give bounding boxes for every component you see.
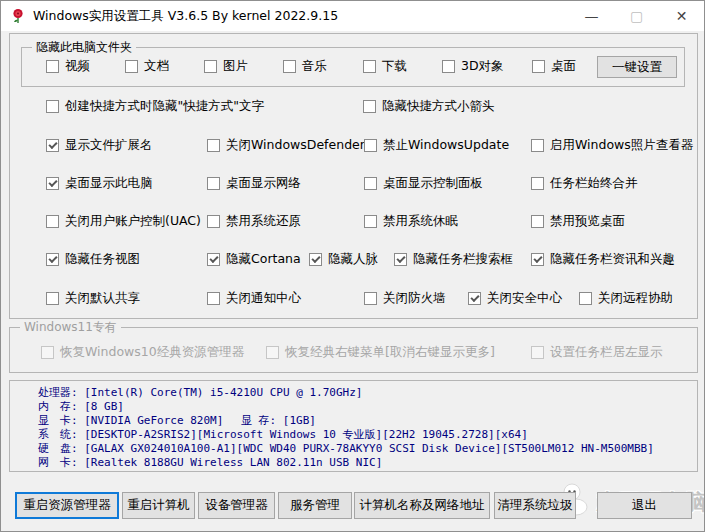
- checkbox-item[interactable]: 桌面显示网络: [207, 175, 301, 191]
- checkbox-box[interactable]: [364, 215, 377, 228]
- checkbox-box[interactable]: [442, 60, 455, 73]
- checkbox-item[interactable]: 视频: [46, 58, 90, 74]
- checkbox-item[interactable]: 下载: [363, 58, 407, 74]
- checkbox-box[interactable]: [364, 139, 377, 152]
- checkbox-item[interactable]: 隐藏任务栏资讯和兴趣: [531, 251, 675, 267]
- checkbox-box: [41, 346, 54, 359]
- checkbox-box[interactable]: [364, 177, 377, 190]
- checkbox-label: 关闭防火墙: [383, 290, 446, 307]
- checkbox-label: 下载: [382, 58, 407, 75]
- checkbox-item[interactable]: 禁用系统还原: [207, 213, 301, 229]
- checkbox-label: 显示文件扩展名: [65, 137, 153, 154]
- checkbox-item[interactable]: 音乐: [283, 58, 327, 74]
- info-line: 网 卡: [Realtek 8188GU Wireless LAN 802.11…: [38, 456, 693, 470]
- checkbox-item[interactable]: 隐藏Cortana: [207, 251, 301, 267]
- checkbox-item[interactable]: 禁止WindowsUpdate: [364, 137, 509, 153]
- checkbox-item[interactable]: 任务栏始终合并: [531, 175, 638, 191]
- info-line: 处理器: [Intel(R) Core(TM) i5-4210U CPU @ 1…: [38, 386, 693, 400]
- checkbox-item[interactable]: 禁用预览桌面: [531, 213, 625, 229]
- checkbox-item[interactable]: 文档: [125, 58, 169, 74]
- checkbox-label: 创建快捷方式时隐藏"快捷方式"文字: [65, 98, 264, 115]
- window-title: Windows实用设置工具 V3.6.5 By kernel 2022.9.15: [33, 8, 338, 25]
- checkbox-item[interactable]: 桌面显示控制面板: [364, 175, 483, 191]
- checkbox-box[interactable]: [468, 292, 481, 305]
- checkbox-item[interactable]: 关闭防火墙: [364, 290, 446, 306]
- checkbox-item[interactable]: 隐藏人脉: [309, 251, 378, 267]
- checkbox-label: 禁用系统还原: [226, 213, 301, 230]
- checkbox-box: [266, 346, 279, 359]
- action-button[interactable]: 服务管理: [278, 492, 352, 519]
- checkbox-label: 恢复Windows10经典资源管理器: [60, 344, 244, 361]
- checkbox-label: 禁用预览桌面: [550, 213, 625, 230]
- close-button[interactable]: ✕: [659, 1, 704, 31]
- group-caption: 隐藏此电脑文件夹: [32, 39, 136, 56]
- checkbox-item[interactable]: 关闭远程协助: [579, 290, 673, 306]
- checkbox-box[interactable]: [363, 60, 376, 73]
- checkbox-item: 设置任务栏居左显示: [531, 344, 663, 360]
- checkbox-item[interactable]: 3D对象: [442, 58, 504, 74]
- checkbox-label: 隐藏快捷方式小箭头: [382, 98, 495, 115]
- checkbox-box[interactable]: [531, 139, 544, 152]
- checkbox-box[interactable]: [46, 139, 59, 152]
- checkbox-box[interactable]: [46, 215, 59, 228]
- checkbox-label: 禁止WindowsUpdate: [383, 137, 509, 154]
- maximize-button[interactable]: ▢: [614, 1, 659, 31]
- checkbox-box[interactable]: [531, 215, 544, 228]
- checkbox-box[interactable]: [207, 139, 220, 152]
- action-button[interactable]: 重启计算机: [122, 492, 195, 519]
- checkbox-box[interactable]: [531, 177, 544, 190]
- checkbox-box[interactable]: [363, 100, 376, 113]
- checkbox-item[interactable]: 隐藏任务视图: [46, 251, 140, 267]
- checkbox-box[interactable]: [46, 60, 59, 73]
- checkbox-box[interactable]: [531, 253, 544, 266]
- action-button[interactable]: 计算机名称及网络地址: [354, 492, 490, 519]
- checkbox-box[interactable]: [579, 292, 592, 305]
- checkbox-item[interactable]: 桌面显示此电脑: [46, 175, 153, 191]
- titlebar: Windows实用设置工具 V3.6.5 By kernel 2022.9.15…: [1, 1, 704, 31]
- checkbox-box[interactable]: [283, 60, 296, 73]
- checkbox-item[interactable]: 显示文件扩展名: [46, 137, 153, 153]
- action-button[interactable]: 重启资源管理器: [15, 492, 119, 519]
- window-controls: — ▢ ✕: [569, 1, 704, 31]
- checkbox-item[interactable]: 隐藏快捷方式小箭头: [363, 98, 495, 114]
- checkbox-label: 设置任务栏居左显示: [550, 344, 663, 361]
- checkbox-item[interactable]: 桌面: [532, 58, 576, 74]
- checkbox-box[interactable]: [364, 292, 377, 305]
- checkbox-box[interactable]: [394, 253, 407, 266]
- checkbox-box[interactable]: [125, 60, 138, 73]
- checkbox-box[interactable]: [207, 177, 220, 190]
- action-button[interactable]: 退出: [597, 492, 692, 519]
- checkbox-box[interactable]: [46, 292, 59, 305]
- checkbox-item[interactable]: 关闭通知中心: [207, 290, 301, 306]
- checkbox-item[interactable]: 创建快捷方式时隐藏"快捷方式"文字: [46, 98, 264, 114]
- checkbox-box: [531, 346, 544, 359]
- checkbox-item[interactable]: 隐藏任务栏搜索框: [394, 251, 513, 267]
- checkbox-box[interactable]: [532, 60, 545, 73]
- checkbox-item[interactable]: 关闭用户账户控制(UAC): [46, 213, 201, 229]
- checkbox-label: 文档: [144, 58, 169, 75]
- checkbox-box[interactable]: [207, 292, 220, 305]
- checkbox-item: 恢复经典右键菜单[取消右键显示更多]: [266, 344, 495, 360]
- checkbox-box[interactable]: [207, 215, 220, 228]
- checkbox-box[interactable]: [204, 60, 217, 73]
- action-button[interactable]: 设备管理器: [198, 492, 275, 519]
- checkbox-box[interactable]: [207, 253, 220, 266]
- checkbox-item[interactable]: 关闭安全中心: [468, 290, 562, 306]
- group-hide-pc-folders: 隐藏此电脑文件夹: [21, 47, 685, 87]
- checkbox-item[interactable]: 图片: [204, 58, 248, 74]
- checkbox-label: 关闭通知中心: [226, 290, 301, 307]
- checkbox-box[interactable]: [309, 253, 322, 266]
- action-button[interactable]: 清理系统垃圾: [494, 492, 576, 519]
- checkbox-label: 音乐: [302, 58, 327, 75]
- checkbox-item[interactable]: 启用Windows照片查看器: [531, 137, 693, 153]
- checkbox-label: 视频: [65, 58, 90, 75]
- checkbox-box[interactable]: [46, 100, 59, 113]
- checkbox-item[interactable]: 关闭WindowsDefender: [207, 137, 365, 153]
- minimize-button[interactable]: —: [569, 1, 614, 31]
- checkbox-box[interactable]: [46, 177, 59, 190]
- checkbox-item[interactable]: 关闭默认共享: [46, 290, 140, 306]
- one-click-setup-button[interactable]: 一键设置: [597, 56, 677, 78]
- checkbox-box[interactable]: [46, 253, 59, 266]
- checkbox-label: 3D对象: [461, 58, 504, 75]
- checkbox-item[interactable]: 禁用系统休眠: [364, 213, 458, 229]
